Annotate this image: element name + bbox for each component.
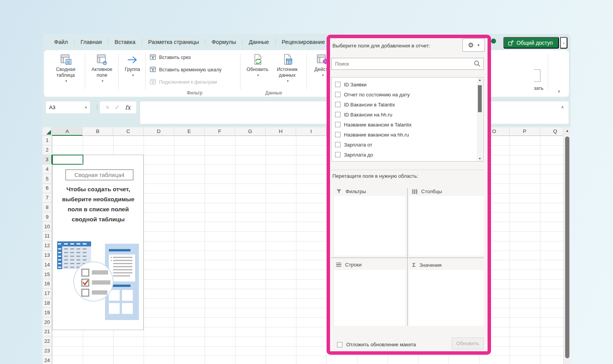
field-checkbox[interactable] xyxy=(335,152,340,157)
field-item-4[interactable]: Название вакансии в Talantix xyxy=(332,120,483,130)
selected-cell-a3[interactable] xyxy=(52,155,83,165)
rows-drop-area[interactable] xyxy=(334,270,405,326)
select-all-corner[interactable] xyxy=(42,127,52,136)
refresh-button[interactable]: Обновить ▾ xyxy=(245,53,270,78)
row-header-21[interactable]: 21 xyxy=(42,327,52,337)
field-checkbox[interactable] xyxy=(335,112,340,117)
defer-layout-label: Отложить обновление макета xyxy=(346,342,416,347)
insert-timeline-button[interactable]: Вставить временную шкалу xyxy=(150,66,222,73)
row-header-12[interactable]: 12 xyxy=(42,241,52,251)
field-checkbox[interactable] xyxy=(335,122,340,127)
row-header-10[interactable]: 10 xyxy=(42,222,52,231)
field-list-scrollbar-thumb[interactable] xyxy=(478,85,482,112)
row-header-3[interactable]: 3 xyxy=(42,155,52,165)
cancel-entry-icon[interactable]: × xyxy=(106,104,109,111)
tab-рецензирование[interactable]: Рецензирование xyxy=(276,39,331,45)
values-drop-area[interactable] xyxy=(409,270,484,326)
column-header-c[interactable]: C xyxy=(113,127,144,136)
column-header-e[interactable]: E xyxy=(174,127,205,136)
row-header-16[interactable]: 16 xyxy=(42,279,52,289)
show-button-icon-clipped[interactable] xyxy=(534,69,540,82)
row-header-1[interactable]: 1 xyxy=(42,136,52,145)
field-item-0[interactable]: ID Заявки xyxy=(332,79,483,89)
row-header-18[interactable]: 18 xyxy=(42,298,52,308)
row-header-19[interactable]: 19 xyxy=(42,308,52,317)
row-header-23[interactable]: 23 xyxy=(42,346,52,356)
name-box[interactable]: A3 ▾ xyxy=(46,101,90,114)
tab-формулы[interactable]: Формулы xyxy=(205,39,242,45)
vertical-scrollbar[interactable]: ▲ xyxy=(563,127,571,364)
share-button[interactable]: Общий доступ xyxy=(503,37,559,49)
field-item-1[interactable]: Отчет по состоянию на дату xyxy=(332,89,483,99)
row-header-5[interactable]: 5 xyxy=(42,174,52,184)
tab-файл[interactable]: Файл xyxy=(48,39,74,45)
tab-вставка[interactable]: Вставка xyxy=(108,39,142,45)
scroll-up-icon[interactable]: ▲ xyxy=(477,78,483,82)
row-header-22[interactable]: 22 xyxy=(42,337,52,346)
search-input[interactable] xyxy=(331,58,484,70)
pane-tools-button[interactable]: ⚙ ▾ xyxy=(462,39,485,52)
update-button[interactable]: Обновить xyxy=(452,337,484,349)
tab-главная[interactable]: Главная xyxy=(75,39,108,45)
column-header-h[interactable]: H xyxy=(266,127,296,136)
row-header-4[interactable]: 4 xyxy=(42,164,52,174)
field-item-6[interactable]: Зарплата от xyxy=(332,140,483,150)
field-checkbox[interactable] xyxy=(335,92,340,97)
row-header-11[interactable]: 11 xyxy=(42,231,52,241)
row-header-7[interactable]: 7 xyxy=(42,193,52,203)
group-button[interactable]: Группа ▾ xyxy=(120,53,144,78)
expand-formula-bar-icon[interactable]: ∧ xyxy=(561,104,564,110)
pivot-table-placeholder[interactable]: Сводная таблица4 Чтобы создать отчет,выб… xyxy=(52,155,144,330)
column-header-p[interactable]: P xyxy=(510,127,540,136)
tab-данные[interactable]: Данные xyxy=(242,39,275,45)
row-header-20[interactable]: 20 xyxy=(42,317,52,327)
column-header-a[interactable]: A xyxy=(52,127,83,136)
field-item-7[interactable]: Зарплата до xyxy=(332,150,483,160)
formula-bar-drag-handle[interactable]: ⋮ xyxy=(95,104,100,110)
column-header-g[interactable]: G xyxy=(235,127,266,136)
field-checkbox[interactable] xyxy=(335,132,340,137)
row-header-2[interactable]: 2 xyxy=(42,145,52,155)
field-item-3[interactable]: ID Вакансии на hh.ru xyxy=(332,110,483,120)
row-header-24[interactable]: 24 xyxy=(42,356,52,364)
tab-разметка-страницы[interactable]: Разметка страницы xyxy=(142,39,205,45)
column-header-d[interactable]: D xyxy=(144,127,174,136)
scroll-down-icon[interactable]: ▼ xyxy=(477,157,483,160)
insert-slicer-button[interactable]: Вставить срез xyxy=(150,54,191,61)
defer-layout-checkbox[interactable] xyxy=(337,342,342,347)
column-header-f[interactable]: F xyxy=(205,127,235,136)
field-item-5[interactable]: Название вакансии на hh.ru xyxy=(332,130,483,140)
row-header-14[interactable]: 14 xyxy=(42,260,52,270)
row-header-13[interactable]: 13 xyxy=(42,251,52,260)
column-header-b[interactable]: B xyxy=(83,127,113,136)
filter-connections-label: Подключения к фильтрам xyxy=(159,79,217,85)
filter-connections-button[interactable]: Подключения к фильтрам xyxy=(150,79,217,86)
pivot-table-button[interactable]: Сводная таблица ▾ xyxy=(51,53,80,84)
row-header-9[interactable]: 9 xyxy=(42,212,52,222)
columns-drop-area[interactable] xyxy=(409,196,484,256)
field-item-clipped[interactable]: П xyxy=(332,160,483,162)
field-list-scrollbar[interactable]: ▲ ▼ xyxy=(477,78,483,161)
confirm-entry-icon[interactable]: ✓ xyxy=(115,104,120,111)
field-checkbox[interactable] xyxy=(335,142,340,147)
filters-drop-area[interactable] xyxy=(334,196,405,256)
column-header-i[interactable]: I xyxy=(296,127,327,136)
column-header-q[interactable]: Q xyxy=(540,127,563,136)
fill-handle[interactable] xyxy=(82,163,84,165)
vertical-scrollbar-thumb[interactable] xyxy=(565,136,569,358)
active-field-button[interactable]: ⚙ Активное поле ▾ xyxy=(87,53,117,84)
row-header-17[interactable]: 17 xyxy=(42,289,52,298)
row-header-6[interactable]: 6 xyxy=(42,184,52,193)
data-source-button[interactable]: Источник данных ▾ xyxy=(273,53,302,84)
row-header-8[interactable]: 8 xyxy=(42,203,52,212)
scroll-up-icon[interactable]: ▲ xyxy=(564,129,571,133)
field-checkbox[interactable] xyxy=(335,82,340,87)
row-header-15[interactable]: 15 xyxy=(42,270,52,279)
columns-area-header: Столбцы xyxy=(412,189,442,194)
select-all-triangle-icon xyxy=(46,130,51,135)
insert-function-icon[interactable]: fx xyxy=(125,104,130,111)
field-item-2[interactable]: ID Вакансии в Talantix xyxy=(332,99,483,110)
collapse-ribbon-icon[interactable]: ∨ xyxy=(557,89,561,94)
share-more-button[interactable]: › xyxy=(560,37,567,49)
field-checkbox[interactable] xyxy=(335,102,340,107)
